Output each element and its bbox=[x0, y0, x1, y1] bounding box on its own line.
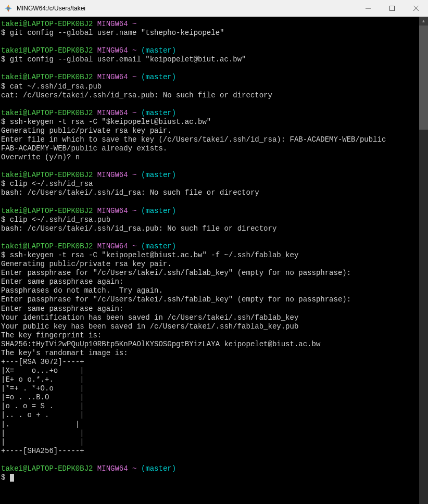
scrollbar[interactable]: ▲ bbox=[419, 17, 428, 504]
prompt-line: takei@LAPTOP-EDPK0BJ2 MINGW64 ~ (master) bbox=[1, 207, 418, 216]
scroll-up-arrow[interactable]: ▲ bbox=[419, 17, 428, 26]
svg-rect-5 bbox=[390, 6, 395, 11]
prompt-line: takei@LAPTOP-EDPK0BJ2 MINGW64 ~ (master) bbox=[1, 464, 418, 473]
close-button[interactable] bbox=[404, 0, 428, 17]
command-line: $ ssh-keygen -t rsa -C "keipopelet@biust… bbox=[1, 251, 418, 260]
output-line: Generating public/private rsa key pair. bbox=[1, 260, 418, 269]
blank-line bbox=[1, 162, 418, 171]
output-line: Enter file in which to save the key (/c/… bbox=[1, 135, 418, 144]
maximize-button[interactable] bbox=[380, 0, 404, 17]
command-line: $ git config --global user.name "tshepho… bbox=[1, 29, 418, 37]
prompt-line: takei@LAPTOP-EDPK0BJ2 MINGW64 ~ (master) bbox=[1, 46, 418, 55]
command-line: $ clip <~/.ssh/id_rsa bbox=[1, 180, 418, 188]
blank-line bbox=[1, 198, 418, 207]
output-line: +----[SHA256]-----+ bbox=[1, 447, 418, 456]
output-line: FAB-ACADEMY-WEB/public already exists. bbox=[1, 144, 418, 153]
output-line: bash: /c/Users/takei/.ssh/id_rsa: No suc… bbox=[1, 188, 418, 197]
output-line: Overwrite (y/n)? n bbox=[1, 153, 418, 162]
output-line: |=o . ..B.O | bbox=[1, 393, 418, 402]
prompt-line: takei@LAPTOP-EDPK0BJ2 MINGW64 ~ (master) bbox=[1, 73, 418, 82]
blank-line bbox=[1, 64, 418, 73]
blank-line bbox=[1, 233, 418, 242]
prompt-line: takei@LAPTOP-EDPK0BJ2 MINGW64 ~ bbox=[1, 20, 418, 29]
window-title: MINGW64:/c/Users/takei bbox=[17, 5, 356, 12]
command-line[interactable]: $ bbox=[1, 473, 418, 482]
app-icon bbox=[4, 4, 12, 12]
blank-line bbox=[1, 37, 418, 46]
blank-line bbox=[1, 100, 418, 109]
prompt-line: takei@LAPTOP-EDPK0BJ2 MINGW64 ~ (master) bbox=[1, 171, 418, 180]
minimize-button[interactable] bbox=[356, 0, 380, 17]
scroll-thumb[interactable] bbox=[419, 26, 428, 130]
output-line: bash: /c/Users/takei/.ssh/id_rsa.pub: No… bbox=[1, 224, 418, 233]
output-line: Passphrases do not match. Try again. bbox=[1, 286, 418, 295]
command-line: $ cat ~/.ssh/id_rsa.pub bbox=[1, 82, 418, 91]
output-line: The key fingerprint is: bbox=[1, 331, 418, 340]
cursor bbox=[10, 474, 14, 482]
output-line: | | bbox=[1, 429, 418, 438]
output-line: Enter same passphrase again: bbox=[1, 278, 418, 286]
output-line: Your identification has been saved in /c… bbox=[1, 313, 418, 322]
output-line: Generating public/private rsa key pair. bbox=[1, 127, 418, 135]
command-line: $ clip <~/.ssh/id_rsa.pub bbox=[1, 216, 418, 224]
command-line: $ ssh-keygen -t rsa -C "$keipopelet@bius… bbox=[1, 118, 418, 127]
output-line: |o . o = S . | bbox=[1, 402, 418, 411]
prompt-line: takei@LAPTOP-EDPK0BJ2 MINGW64 ~ (master) bbox=[1, 109, 418, 118]
terminal-area[interactable]: takei@LAPTOP-EDPK0BJ2 MINGW64 ~$ git con… bbox=[0, 17, 419, 504]
titlebar[interactable]: MINGW64:/c/Users/takei bbox=[0, 0, 428, 17]
output-line: |*=+ . *+O.o | bbox=[1, 384, 418, 393]
command-line: $ git config --global user.email "keipop… bbox=[1, 55, 418, 64]
output-line: | | bbox=[1, 438, 418, 447]
output-line: |X= o...+o | bbox=[1, 367, 418, 375]
output-line: |E+ o o.*.+. | bbox=[1, 375, 418, 384]
output-line: +---[RSA 3072]----+ bbox=[1, 358, 418, 367]
output-line: Enter same passphrase again: bbox=[1, 305, 418, 313]
output-line: cat: /c/Users/takei/.ssh/id_rsa.pub: No … bbox=[1, 91, 418, 100]
output-line: Enter passphrase for "/c/Users/takei/.ss… bbox=[1, 269, 418, 278]
output-line: Enter passphrase for "/c/Users/takei/.ss… bbox=[1, 295, 418, 304]
output-line: The key's randomart image is: bbox=[1, 349, 418, 358]
output-line: SHA256:tHyIVi2wPQuUp10RBtp5KnPAOlKYSOSGp… bbox=[1, 340, 418, 349]
output-line: |.. . o + . | bbox=[1, 411, 418, 420]
blank-line bbox=[1, 456, 418, 464]
svg-marker-1 bbox=[5, 7, 12, 10]
prompt-line: takei@LAPTOP-EDPK0BJ2 MINGW64 ~ (master) bbox=[1, 242, 418, 251]
window-controls bbox=[356, 0, 428, 17]
output-line: |. | bbox=[1, 420, 418, 429]
output-line: Your public key has been saved in /c/Use… bbox=[1, 322, 418, 331]
